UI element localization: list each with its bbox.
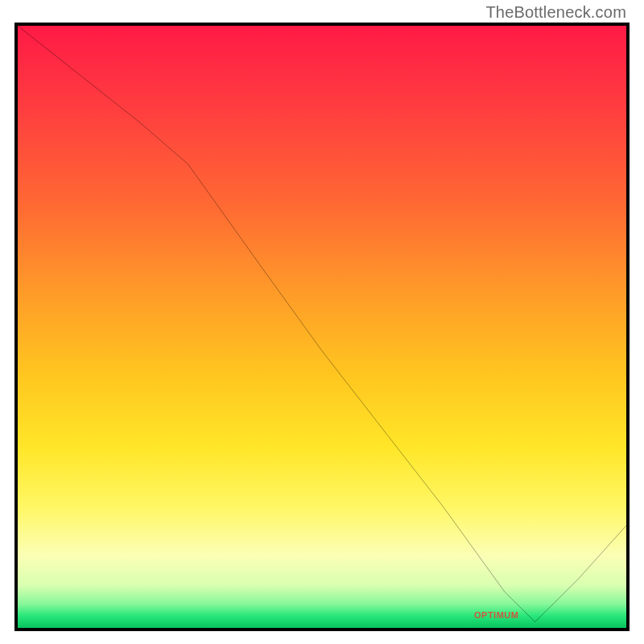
plot-area: OPTIMUM [14,23,630,631]
bottleneck-curve [18,26,626,628]
watermark-text: TheBottleneck.com [485,3,626,22]
chart-frame: TheBottleneck.com OPTIMUM [0,0,644,644]
